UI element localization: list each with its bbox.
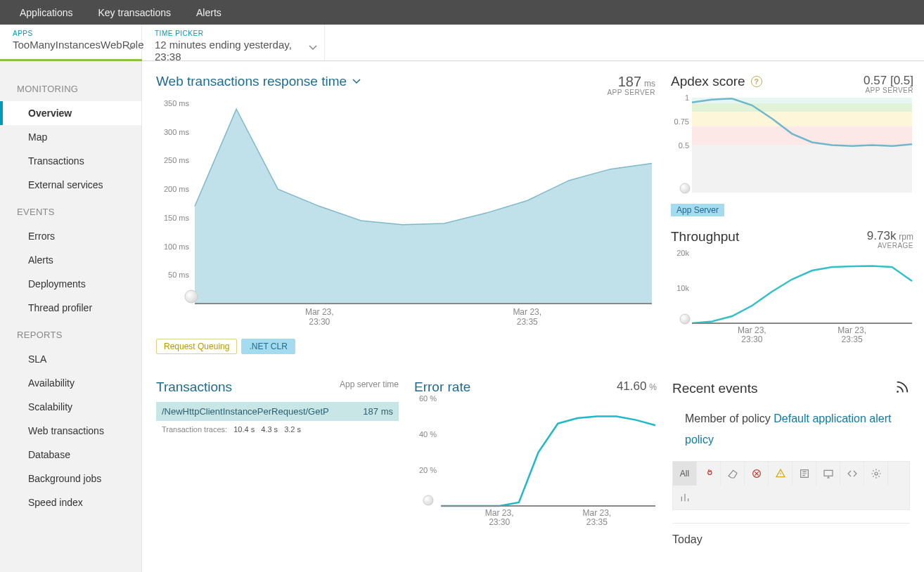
svg-text:1: 1 — [685, 94, 689, 102]
filter-monitor-icon[interactable] — [816, 462, 840, 486]
sidebar-section-events: EVENTS Errors Alerts Deployments Thread … — [0, 197, 141, 320]
apdex-series-pill[interactable]: App Server — [671, 204, 724, 216]
transaction-row[interactable]: /NewHttpClientInstancePerRequest/GetP 18… — [156, 402, 399, 421]
apdex-metric: 0.57 [0.5] APP SERVER — [864, 74, 913, 94]
metric-unit: rpm — [899, 232, 913, 242]
filter-gear-icon[interactable] — [864, 462, 888, 486]
help-icon[interactable]: ? — [751, 76, 762, 87]
throughput-metric: 9.73k rpm AVERAGE — [867, 229, 913, 249]
svg-rect-16 — [692, 126, 912, 145]
metric-value: 41.60 — [617, 379, 647, 393]
metric-unit: ms — [644, 79, 655, 89]
filter-cancel-icon[interactable] — [745, 462, 769, 486]
svg-text:0.5: 0.5 — [679, 141, 689, 150]
svg-text:23:35: 23:35 — [517, 317, 538, 327]
filter-code-icon[interactable] — [840, 462, 864, 486]
transactions-card: Transactions App server time /NewHttpCli… — [156, 379, 399, 546]
time-picker-label: TIME PICKER — [155, 30, 312, 37]
svg-text:23:30: 23:30 — [309, 317, 330, 327]
sidebar-item-sla[interactable]: SLA — [0, 347, 141, 371]
svg-text:Mar 23,: Mar 23, — [513, 307, 541, 317]
transactions-title[interactable]: Transactions — [156, 379, 232, 395]
card-title-text: Apdex score — [671, 74, 745, 89]
svg-text:50 ms: 50 ms — [168, 271, 189, 279]
legend-chip-net-clr[interactable]: .NET CLR — [241, 339, 295, 354]
metric-value: 0.57 [0.5] — [864, 74, 913, 88]
sidebar-section-reports: REPORTS SLA Availability Scalability Web… — [0, 320, 141, 514]
svg-text:40 %: 40 % — [419, 430, 437, 438]
transaction-time: 187 ms — [363, 406, 393, 417]
trace-link[interactable]: 3.2 s — [284, 425, 301, 434]
error-rate-title[interactable]: Error rate — [414, 379, 470, 395]
recent-events-card: Recent events Member of policy Default a… — [672, 379, 910, 546]
sidebar-section-title: REPORTS — [0, 320, 141, 347]
sidebar-item-transactions[interactable]: Transactions — [0, 149, 141, 173]
topnav-tab-key-transactions[interactable]: Key transactions — [86, 0, 184, 25]
svg-text:10k: 10k — [676, 284, 689, 292]
sidebar-item-errors[interactable]: Errors — [0, 224, 141, 248]
svg-text:23:30: 23:30 — [741, 334, 762, 344]
response-time-metric: 187 ms APP SERVER — [607, 74, 655, 96]
sidebar-item-background-jobs[interactable]: Background jobs — [0, 467, 141, 490]
svg-text:23:35: 23:35 — [586, 517, 608, 527]
policy-prefix: Member of policy — [685, 412, 774, 424]
event-filter-row: All — [672, 461, 910, 510]
apps-picker[interactable]: APPS TooManyInstancesWebRole — [0, 25, 142, 60]
svg-text:Mar 23,: Mar 23, — [838, 325, 866, 335]
error-rate-metric: 41.60 % — [617, 379, 657, 394]
topnav-tab-applications[interactable]: Applications — [7, 0, 86, 25]
sidebar-item-scalability[interactable]: Scalability — [0, 395, 141, 419]
throughput-chart[interactable]: 10k20kMar 23,23:30Mar 23,23:35 — [671, 249, 913, 344]
metric-unit: % — [649, 382, 657, 392]
response-time-title[interactable]: Web transactions response time — [156, 74, 361, 89]
filter-all-button[interactable]: All — [673, 462, 697, 486]
throughput-card: Throughput 9.73k rpm AVERAGE 10k20kMar 2… — [671, 229, 913, 344]
response-time-chart[interactable]: 50 ms100 ms150 ms200 ms250 ms300 ms350 m… — [156, 96, 655, 332]
sidebar-item-availability[interactable]: Availability — [0, 371, 141, 395]
apps-picker-label: APPS — [13, 30, 129, 37]
svg-rect-15 — [692, 112, 912, 126]
filter-warning-icon[interactable] — [769, 462, 793, 486]
svg-text:Mar 23,: Mar 23, — [738, 325, 766, 335]
sidebar-section-title: MONITORING — [0, 74, 141, 101]
svg-text:Mar 23,: Mar 23, — [485, 508, 514, 518]
policy-membership: Member of policy Default application ale… — [685, 408, 910, 451]
sidebar-item-database[interactable]: Database — [0, 443, 141, 467]
transaction-traces: Transaction traces: 10.4 s 4.3 s 3.2 s — [156, 421, 399, 434]
chevron-down-icon — [309, 41, 317, 53]
transaction-path: /NewHttpClientInstancePerRequest/GetP — [162, 406, 329, 417]
picker-row: APPS TooManyInstancesWebRole TIME PICKER… — [0, 25, 924, 61]
sidebar-item-map[interactable]: Map — [0, 125, 141, 149]
legend-chip-request-queuing[interactable]: Request Queuing — [156, 339, 237, 354]
trace-link[interactable]: 10.4 s — [233, 425, 255, 434]
filter-eraser-icon[interactable] — [721, 462, 745, 486]
sidebar-item-web-transactions[interactable]: Web transactions — [0, 419, 141, 443]
filter-fire-icon[interactable] — [697, 462, 721, 486]
apdex-title: Apdex score ? — [671, 74, 762, 89]
trace-link[interactable]: 4.3 s — [261, 425, 278, 434]
main-content: Web transactions response time 187 ms AP… — [142, 61, 924, 572]
svg-text:Mar 23,: Mar 23, — [582, 508, 611, 518]
sidebar-item-external-services[interactable]: External services — [0, 173, 141, 197]
sidebar-item-thread-profiler[interactable]: Thread profiler — [0, 296, 141, 320]
filter-note-icon[interactable] — [793, 462, 816, 486]
time-picker[interactable]: TIME PICKER 12 minutes ending yesterday,… — [142, 25, 325, 60]
apdex-chart[interactable]: 0.50.751 — [671, 94, 913, 200]
active-app-underline — [0, 59, 142, 61]
svg-text:Mar 23,: Mar 23, — [305, 307, 334, 317]
svg-text:20k: 20k — [676, 249, 689, 257]
sidebar-item-overview[interactable]: Overview — [0, 101, 141, 125]
sidebar-item-alerts[interactable]: Alerts — [0, 248, 141, 272]
svg-rect-14 — [692, 103, 912, 112]
card-title-text: Web transactions response time — [156, 74, 347, 89]
error-rate-chart[interactable]: 20 %40 %60 %Mar 23,23:30Mar 23,23:35 — [414, 395, 657, 528]
chevron-down-icon — [352, 79, 361, 84]
sidebar-item-deployments[interactable]: Deployments — [0, 272, 141, 296]
rss-icon[interactable] — [894, 379, 910, 397]
filter-barchart-icon[interactable] — [673, 486, 697, 509]
sidebar-item-speed-index[interactable]: Speed index — [0, 490, 141, 514]
topnav-tab-alerts[interactable]: Alerts — [184, 0, 234, 25]
time-picker-value: 12 minutes ending yesterday, 23:38 — [155, 39, 312, 63]
svg-point-38 — [423, 495, 433, 505]
svg-text:250 ms: 250 ms — [164, 156, 190, 164]
